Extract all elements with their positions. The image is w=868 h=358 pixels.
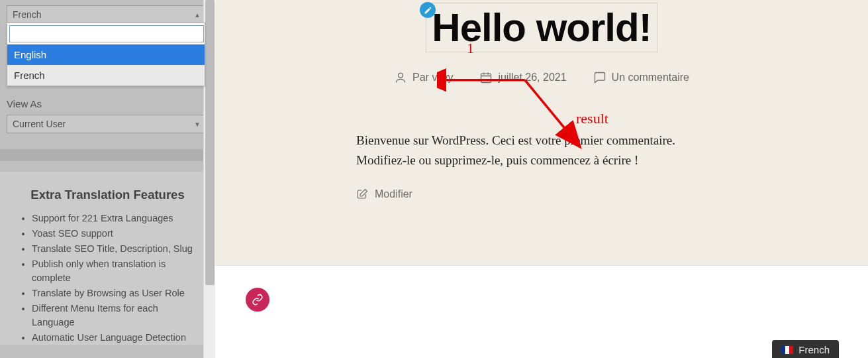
preview-footer [215, 265, 868, 358]
view-as-label: View As [7, 98, 209, 109]
edit-icon [356, 188, 368, 200]
edit-post-link[interactable]: Modifier [356, 188, 727, 200]
language-badge-label: French [798, 344, 830, 355]
list-item: Translate SEO Title, Description, Slug [32, 242, 199, 256]
option-label: English [14, 49, 46, 60]
date-meta[interactable]: juillet 26, 2021 [479, 71, 566, 84]
features-panel: Extra Translation Features Support for 2… [0, 172, 215, 345]
author-text: Par vyvy [412, 72, 453, 84]
post-title-block[interactable]: Hello world! [426, 3, 657, 52]
option-label: French [14, 70, 45, 81]
language-dropdown: English French [7, 23, 205, 86]
flag-france-icon [781, 346, 793, 354]
preview-pane: Hello world! Par vyvy juillet 26, 2021 U… [215, 0, 868, 358]
caret-up-icon: ▲ [194, 11, 201, 19]
post-content: Bienvenue sur WordPress. Ceci est votre … [356, 131, 727, 171]
calendar-icon [479, 71, 493, 84]
comments-text: Un commentaire [612, 72, 689, 84]
language-search-input[interactable] [9, 25, 204, 42]
user-icon [394, 71, 407, 84]
view-as-value: Current User [13, 119, 66, 129]
edit-link-label: Modifier [375, 188, 412, 200]
date-text: juillet 26, 2021 [498, 72, 566, 84]
language-select-value: French [13, 9, 42, 20]
panel-divider [0, 149, 215, 161]
view-as-select[interactable]: Current User ▼ [7, 115, 205, 133]
list-item: Publish only when translation is complet… [32, 257, 199, 285]
customizer-sidebar: French ▲ English French View As Current … [0, 0, 215, 358]
svg-point-0 [399, 73, 403, 78]
scrollbar-thumb[interactable] [205, 0, 215, 285]
post-meta: Par vyvy juillet 26, 2021 Un commentaire [215, 71, 868, 84]
link-icon [252, 294, 264, 306]
language-option-english[interactable]: English [7, 44, 205, 65]
pencil-icon [424, 6, 432, 15]
language-switcher-badge[interactable]: French [772, 340, 839, 358]
list-item: Yoast SEO support [32, 227, 199, 241]
svg-line-3 [525, 80, 567, 131]
language-select[interactable]: French ▲ [7, 5, 205, 24]
language-option-french[interactable]: French [7, 65, 205, 86]
list-item: Translate by Browsing as User Role [32, 286, 199, 300]
annotation-label-result: result [576, 110, 608, 127]
caret-down-icon: ▼ [194, 121, 201, 128]
list-item: Different Menu Items for each Language [32, 302, 199, 329]
list-item: Automatic User Language Detection [32, 331, 199, 345]
comments-meta[interactable]: Un commentaire [593, 71, 689, 84]
list-item: Support for 221 Extra Languages [32, 211, 199, 225]
svg-rect-1 [481, 74, 491, 82]
post-title: Hello world! [432, 5, 651, 50]
comment-icon [593, 71, 606, 84]
features-list: Support for 221 Extra Languages Yoast SE… [16, 211, 199, 345]
features-title: Extra Translation Features [16, 188, 199, 202]
author-meta[interactable]: Par vyvy [394, 71, 453, 84]
permalink-fab[interactable] [246, 288, 269, 312]
